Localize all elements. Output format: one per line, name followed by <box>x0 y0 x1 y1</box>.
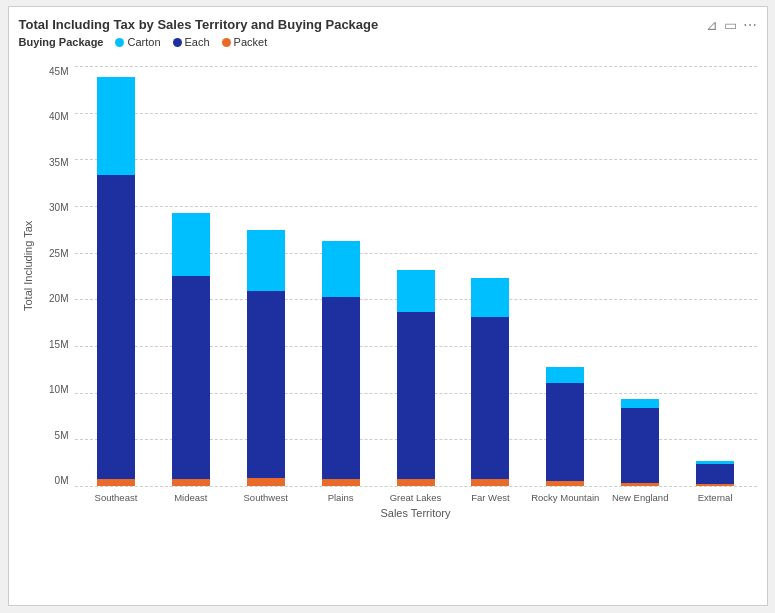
bar-stack <box>172 213 210 486</box>
bar-segment-each <box>397 312 435 478</box>
y-axis-label: 5M <box>55 430 69 441</box>
bar-segment-each <box>546 383 584 481</box>
filter-icon[interactable]: ⊿ <box>706 17 718 33</box>
x-labels: SoutheastMideastSouthwestPlainsGreat Lak… <box>75 492 757 503</box>
bar-segment-packet <box>97 479 135 486</box>
bar-stack <box>546 367 584 486</box>
bar-group <box>378 270 453 486</box>
bar-group <box>678 461 753 486</box>
x-label: Plains <box>303 492 378 503</box>
bar-segment-carton <box>172 213 210 276</box>
packet-dot <box>222 38 231 47</box>
bar-group <box>228 230 303 486</box>
legend-item-each: Each <box>173 36 210 48</box>
y-axis-label: 45M <box>49 66 68 77</box>
bar-segment-each <box>322 297 360 479</box>
bar-group <box>528 367 603 486</box>
bar-segment-carton <box>546 367 584 384</box>
y-axis-label: 0M <box>55 475 69 486</box>
bar-segment-each <box>696 464 734 485</box>
more-icon[interactable]: ⋯ <box>743 17 757 33</box>
legend-label-packet: Packet <box>234 36 268 48</box>
bar-group <box>303 241 378 486</box>
bar-segment-packet <box>322 479 360 486</box>
chart-container: Total Including Tax by Sales Territory a… <box>8 6 768 606</box>
x-label: New England <box>603 492 678 503</box>
bar-segment-each <box>172 276 210 479</box>
x-label: Mideast <box>153 492 228 503</box>
legend-item-packet: Packet <box>222 36 268 48</box>
y-axis-title: Total Including Tax <box>19 56 37 476</box>
chart-title: Total Including Tax by Sales Territory a… <box>19 17 757 32</box>
bar-segment-packet <box>397 479 435 486</box>
y-axis: 45M40M35M30M25M20M15M10M5M0M <box>37 66 75 486</box>
bar-segment-packet <box>172 479 210 486</box>
y-axis-label: 25M <box>49 248 68 259</box>
bar-segment-packet <box>247 478 285 486</box>
bar-stack <box>696 461 734 486</box>
bar-stack <box>397 270 435 486</box>
bar-segment-each <box>247 291 285 478</box>
legend-title: Buying Package <box>19 36 104 48</box>
bar-stack <box>97 77 135 486</box>
legend: Buying Package Carton Each Packet <box>19 36 757 48</box>
x-label: Far West <box>453 492 528 503</box>
legend-item-carton: Carton <box>115 36 160 48</box>
bar-segment-carton <box>621 399 659 407</box>
y-axis-label: 20M <box>49 293 68 304</box>
plot-area: SoutheastMideastSouthwestPlainsGreat Lak… <box>75 56 757 546</box>
bar-segment-each <box>471 317 509 478</box>
expand-icon[interactable]: ▭ <box>724 17 737 33</box>
chart-icons[interactable]: ⊿ ▭ ⋯ <box>706 17 757 33</box>
bar-group <box>453 278 528 486</box>
bar-segment-packet <box>696 484 734 486</box>
bar-stack <box>471 278 509 486</box>
x-label: Southeast <box>79 492 154 503</box>
bar-stack <box>621 399 659 486</box>
bar-segment-each <box>97 175 135 478</box>
y-axis-label: 10M <box>49 384 68 395</box>
y-axis-label: 35M <box>49 157 68 168</box>
legend-label-carton: Carton <box>127 36 160 48</box>
legend-label-each: Each <box>185 36 210 48</box>
bar-group <box>153 213 228 486</box>
bar-stack <box>322 241 360 486</box>
bar-stack <box>247 230 285 486</box>
bar-segment-packet <box>621 483 659 486</box>
bar-segment-carton <box>97 77 135 175</box>
bar-segment-carton <box>322 241 360 297</box>
grid-and-bars <box>75 66 757 486</box>
carton-dot <box>115 38 124 47</box>
x-label: External <box>678 492 753 503</box>
y-axis-label: 15M <box>49 339 68 350</box>
bar-segment-carton <box>247 230 285 291</box>
y-axis-label: 40M <box>49 111 68 122</box>
each-dot <box>173 38 182 47</box>
bar-group <box>79 77 154 486</box>
bar-segment-carton <box>397 270 435 312</box>
y-axis-label: 30M <box>49 202 68 213</box>
bar-segment-each <box>621 408 659 484</box>
grid-line <box>75 486 757 487</box>
x-label: Southwest <box>228 492 303 503</box>
x-label: Rocky Mountain <box>528 492 603 503</box>
x-label: Great Lakes <box>378 492 453 503</box>
bar-segment-carton <box>471 278 509 317</box>
bar-segment-packet <box>546 481 584 486</box>
chart-area: Total Including Tax 45M40M35M30M25M20M15… <box>19 56 757 546</box>
bar-group <box>603 399 678 486</box>
bar-segment-packet <box>471 479 509 486</box>
x-axis-title: Sales Territory <box>75 507 757 519</box>
bars-row <box>75 66 757 486</box>
